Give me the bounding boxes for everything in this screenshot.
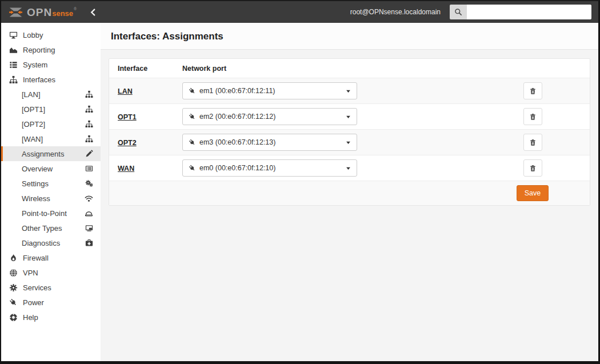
sitemap-icon [9, 75, 18, 84]
delete-wan-button[interactable] [523, 159, 542, 177]
sidebar-item-interfaces[interactable]: Interfaces [1, 72, 101, 87]
search-icon [454, 8, 462, 16]
sidebar-item-label: Help [23, 313, 38, 322]
selected-port-label: em1 (00:e0:67:0f:12:11) [199, 87, 275, 95]
sidebar-item-label: Power [23, 298, 44, 307]
interface-link-opt2[interactable]: OPT2 [118, 139, 137, 147]
assignments-table: Interface Network port LAN [109, 59, 590, 205]
page-title: Interfaces: Assignments [111, 31, 588, 42]
trash-icon [529, 113, 537, 121]
sidebar-item-label: Services [23, 283, 51, 292]
sidebar-item-firewall[interactable]: Firewall [1, 250, 101, 265]
sidebar-item-services[interactable]: Services [1, 280, 101, 295]
trash-icon [529, 165, 537, 172]
plug-icon [189, 165, 196, 172]
tv-icon [85, 224, 93, 232]
sitemap-icon [85, 135, 93, 143]
fire-icon [9, 254, 18, 262]
column-header-actions [475, 59, 590, 78]
sidebar-item-label: [OPT2] [22, 120, 45, 129]
assignments-panel: Interface Network port LAN [109, 58, 590, 206]
page-body: Interface Network port LAN [101, 50, 598, 361]
sidebar-collapse-button[interactable] [90, 9, 95, 16]
interface-link-opt1[interactable]: OPT1 [118, 113, 137, 121]
selected-port-label: em2 (00:e0:67:0f:12:12) [199, 113, 275, 121]
plug-icon [189, 113, 196, 121]
search-button[interactable] [450, 5, 467, 19]
sidebar-item-label: Assignments [22, 150, 64, 158]
save-button[interactable]: Save [517, 185, 549, 201]
sidebar-item-label: Reporting [23, 46, 55, 54]
caret-down-icon [346, 114, 351, 119]
delete-opt1-button[interactable] [523, 108, 542, 125]
sidebar-item-power[interactable]: Power [1, 295, 101, 310]
sidebar-item-label: Interfaces [23, 75, 55, 84]
sidebar-item-label: Settings [22, 179, 49, 188]
sidebar-item-vpn[interactable]: VPN [1, 265, 101, 280]
chevron-left-icon [90, 9, 95, 16]
trash-icon [529, 87, 537, 95]
main-content: Interfaces: Assignments Interface Networ… [101, 23, 598, 361]
life-ring-icon [9, 313, 18, 322]
sidebar-item-system[interactable]: System [1, 57, 101, 72]
save-row: Save [109, 181, 590, 206]
selected-port-label: em0 (00:e0:67:0f:12:10) [199, 164, 275, 172]
pencil-icon [85, 150, 93, 158]
browser-viewport: OPNsense® root@OPNsense.localdomain [0, 0, 600, 364]
assignment-row-lan: LAN em1 (00:e0:67:0f:12:11) [109, 78, 590, 104]
sidebar-item-label: [OPT1] [22, 105, 45, 114]
sidebar-item-label: Firewall [23, 254, 49, 262]
area-chart-icon [9, 46, 18, 54]
plug-icon [189, 87, 196, 95]
sidebar-item-label: Lobby [23, 31, 43, 39]
sidebar-item-lan[interactable]: [LAN] [1, 87, 101, 102]
delete-opt2-button[interactable] [523, 134, 542, 151]
desktop-icon [9, 31, 18, 39]
list-alt-icon [85, 165, 93, 173]
sidebar-item-settings[interactable]: Settings [1, 176, 101, 191]
interface-link-wan[interactable]: WAN [118, 165, 134, 173]
interface-link-lan[interactable]: LAN [118, 87, 133, 95]
brand-sense: sense [52, 9, 73, 18]
topbar: OPNsense® root@OPNsense.localdomain [1, 1, 598, 23]
sidebar: Lobby Reporting System Interfaces [1, 23, 101, 361]
sidebar-item-wan[interactable]: [WAN] [1, 131, 101, 146]
search-input[interactable] [467, 5, 591, 19]
sidebar-item-point-to-point[interactable]: Point-to-Point [1, 206, 101, 221]
sidebar-item-other-types[interactable]: Other Types [1, 221, 101, 235]
caret-down-icon [346, 89, 351, 94]
logged-in-user: root@OPNsense.localdomain [350, 8, 441, 16]
sidebar-item-label: Diagnostics [22, 239, 60, 247]
opnsense-logo[interactable]: OPNsense® [8, 6, 77, 18]
sidebar-item-reporting[interactable]: Reporting [1, 42, 101, 57]
network-port-select-opt1[interactable]: em2 (00:e0:67:0f:12:12) [182, 108, 357, 125]
sidebar-item-assignments[interactable]: Assignments [1, 146, 101, 161]
delete-lan-button[interactable] [523, 82, 542, 99]
sidebar-item-lobby[interactable]: Lobby [1, 27, 101, 42]
assignment-row-wan: WAN em0 (00:e0:67:0f:12:10) [109, 155, 590, 181]
network-port-select-lan[interactable]: em1 (00:e0:67:0f:12:11) [182, 82, 357, 99]
sidebar-item-diagnostics[interactable]: Diagnostics [1, 235, 101, 250]
brand-registered-mark: ® [74, 7, 77, 11]
page-header: Interfaces: Assignments [101, 23, 598, 50]
globe-icon [9, 269, 18, 277]
sitemap-icon [85, 120, 93, 128]
assignment-row-opt2: OPT2 em3 (00:e0:67:0f:12:13) [109, 130, 590, 155]
modem-icon [85, 209, 93, 218]
main-layout: Lobby Reporting System Interfaces [1, 23, 598, 361]
sidebar-item-label: Wireless [22, 194, 50, 203]
sidebar-item-overview[interactable]: Overview [1, 161, 101, 176]
medkit-icon [85, 239, 93, 247]
brand-opn: OPN [27, 7, 52, 18]
column-header-interface: Interface [109, 59, 182, 78]
sidebar-item-opt2[interactable]: [OPT2] [1, 117, 101, 131]
sidebar-item-label: Point-to-Point [22, 209, 67, 218]
sidebar-item-help[interactable]: Help [1, 310, 101, 325]
sidebar-item-wireless[interactable]: Wireless [1, 191, 101, 206]
network-port-select-wan[interactable]: em0 (00:e0:67:0f:12:10) [182, 159, 357, 177]
cogs-icon [85, 179, 93, 187]
sidebar-item-opt1[interactable]: [OPT1] [1, 102, 101, 117]
sidebar-item-label: [LAN] [22, 90, 41, 99]
network-port-select-opt2[interactable]: em3 (00:e0:67:0f:12:13) [182, 134, 357, 151]
sidebar-item-label: Overview [22, 165, 53, 173]
